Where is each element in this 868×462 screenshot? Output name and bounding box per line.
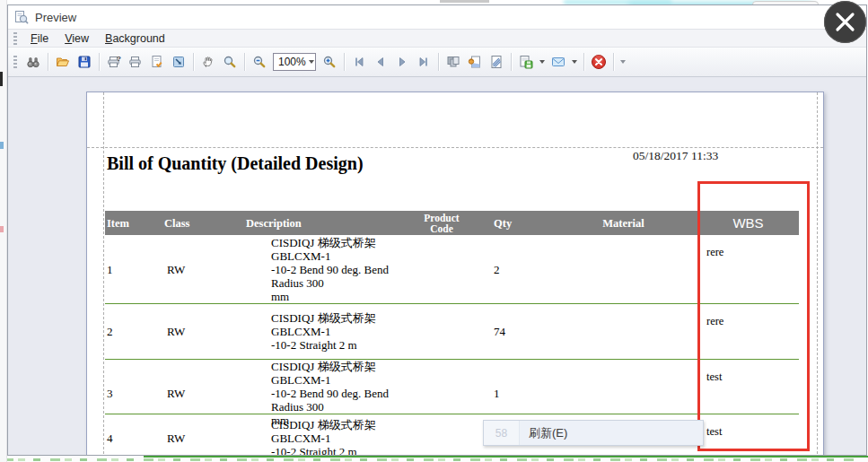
prev-page-icon xyxy=(373,55,388,69)
background-window-tab xyxy=(440,0,489,3)
toolbar: ? xyxy=(8,47,866,77)
table-row: 1 RW CISDIQJ 梯级式桥架 GBLCXM-1-10-2 Bend 90… xyxy=(105,235,799,304)
export-button[interactable] xyxy=(515,51,537,73)
export-dropdown-icon[interactable] xyxy=(539,60,545,64)
background-app-strip xyxy=(0,456,868,462)
close-preview-button[interactable] xyxy=(588,51,609,73)
multi-page-icon xyxy=(446,55,460,69)
toolbar-grip[interactable] xyxy=(13,56,17,68)
zoom-mode-icon xyxy=(223,55,237,69)
print-options-button[interactable]: ? xyxy=(103,51,125,73)
menubar-grip[interactable] xyxy=(13,32,17,45)
hand-icon xyxy=(201,55,215,69)
background-left-strip xyxy=(0,0,7,462)
email-dropdown-icon[interactable] xyxy=(572,60,577,64)
table-header-row: Item Class Description Product Code Qty … xyxy=(105,211,799,235)
refresh-menu-label: 刷新(E) xyxy=(520,425,567,441)
email-icon xyxy=(551,55,566,69)
prev-page-button[interactable] xyxy=(370,51,391,73)
find-button[interactable] xyxy=(22,51,44,73)
screen: Preview File View Background xyxy=(0,0,868,462)
page-background-button[interactable] xyxy=(464,51,486,73)
fit-page-icon xyxy=(171,55,186,69)
table-row: 3 RW CISDIQJ 梯级式桥架 GBLCXM-1-10-2 Bend 90… xyxy=(105,360,799,414)
header-wbs: WBS xyxy=(697,211,799,235)
report-page: 05/18/2017 11:33 Bill of Quantity (Detai… xyxy=(86,92,824,455)
header-item: Item xyxy=(105,211,154,235)
header-class: Class xyxy=(154,211,235,235)
save-icon xyxy=(77,55,92,69)
background-window-edge xyxy=(144,456,868,458)
print-icon xyxy=(128,55,143,69)
preview-icon xyxy=(14,10,29,24)
table-row: 2 RW CISDIQJ 梯级式桥架 GBLCXM-1-10-2 Straigh… xyxy=(105,304,799,360)
first-page-button[interactable] xyxy=(348,51,370,73)
background-tiny-text xyxy=(4,458,856,461)
first-page-icon xyxy=(352,55,366,69)
header-qty: Qty xyxy=(469,211,549,235)
report-title: Bill of Quantity (Detailed Design) xyxy=(107,153,364,174)
titlebar: Preview xyxy=(8,5,866,29)
menubar: File View Background xyxy=(8,29,866,47)
last-page-icon xyxy=(416,55,431,69)
save-button[interactable] xyxy=(74,51,95,73)
page-setup-icon xyxy=(150,55,164,69)
chevron-down-icon[interactable] xyxy=(309,60,314,64)
next-page-button[interactable] xyxy=(391,51,413,73)
preview-window: Preview File View Background xyxy=(7,4,867,456)
menu-background[interactable]: Background xyxy=(97,31,173,47)
zoom-in-icon xyxy=(322,55,337,69)
zoom-out-button[interactable] xyxy=(249,51,270,73)
open-folder-icon xyxy=(56,55,70,69)
last-page-button[interactable] xyxy=(413,51,434,73)
header-material: Material xyxy=(549,211,697,235)
header-product-code: Product Code xyxy=(415,211,469,235)
report-timestamp: 05/18/2017 11:33 xyxy=(633,149,812,163)
next-page-icon xyxy=(395,55,409,69)
zoom-level-combobox[interactable]: 100% xyxy=(273,53,316,71)
print-options-icon: ? xyxy=(107,55,121,69)
zoom-out-icon xyxy=(252,55,267,69)
boq-table: Item Class Description Product Code Qty … xyxy=(105,211,799,455)
print-button[interactable] xyxy=(125,51,146,73)
zoom-level-value: 100% xyxy=(274,56,306,68)
export-icon xyxy=(519,55,533,69)
menu-file[interactable]: File xyxy=(22,31,57,47)
watermark-button[interactable] xyxy=(486,51,507,73)
zoom-mode-button[interactable] xyxy=(219,51,241,73)
window-title: Preview xyxy=(35,11,76,24)
preview-content-area: 05/18/2017 11:33 Bill of Quantity (Detai… xyxy=(8,77,866,455)
toolbar-overflow-icon[interactable] xyxy=(620,60,626,64)
zoom-in-button[interactable] xyxy=(319,51,340,73)
find-icon xyxy=(26,55,40,69)
close-x-icon xyxy=(834,11,856,33)
page-background-icon xyxy=(468,55,482,69)
menu-view[interactable]: View xyxy=(57,31,97,47)
refresh-menu-icon-area: 58 xyxy=(484,421,520,445)
email-button[interactable] xyxy=(548,51,569,73)
header-description: Description xyxy=(235,211,415,235)
margin-guide-top xyxy=(87,147,823,148)
multi-page-button[interactable] xyxy=(443,51,464,73)
refresh-menu-item[interactable]: 58 刷新(E) xyxy=(483,420,704,446)
close-red-icon xyxy=(591,54,607,70)
watermark-icon xyxy=(489,55,504,69)
fit-page-button[interactable] xyxy=(168,51,189,73)
open-button[interactable] xyxy=(52,51,74,73)
svg-text:?: ? xyxy=(117,55,121,63)
pan-button[interactable] xyxy=(197,51,219,73)
page-setup-button[interactable] xyxy=(146,51,168,73)
close-annotation-button[interactable] xyxy=(824,1,866,43)
